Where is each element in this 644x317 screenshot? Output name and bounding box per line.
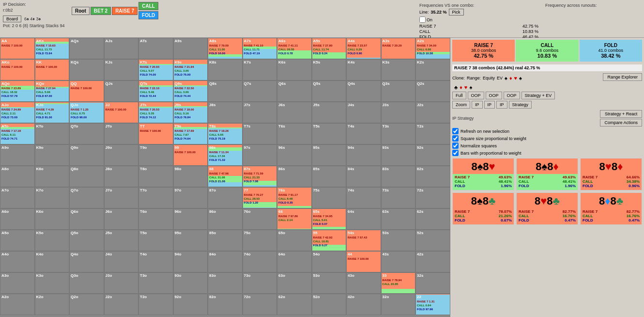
matrix-cell[interactable]: KQs (69, 59, 104, 80)
matrix-cell[interactable]: A3o (0, 272, 35, 294)
matrix-cell[interactable]: J2o (104, 294, 139, 315)
matrix-cell[interactable]: 87sRAISE 7 71.59CALL 21.33FOLD 7.08 (243, 166, 277, 187)
zoom-button[interactable]: Zoom (452, 101, 470, 109)
matrix-cell[interactable]: KKRAISE 7 100.00 (35, 59, 70, 80)
matrix-cell[interactable]: AJoRAISE 7 24.89CALL 2.11FOLD 73.00 (0, 102, 35, 123)
matrix-cell[interactable]: 52s (415, 230, 450, 251)
matrix-cell[interactable]: 88RAISE 7 47.96CALL 31.08FOLD 21.06 (208, 166, 243, 187)
matrix-cell[interactable]: 92o (173, 294, 208, 315)
matrix-cell[interactable]: T9sRAISE 7 17.69CALL 7.67FOLD 74.64 (173, 123, 208, 144)
combo-cell[interactable]: 8♥8♣RAISE 782.77%CALL16.76%FOLD0.47% (516, 192, 578, 225)
heart2-icon[interactable]: ♥ (464, 84, 468, 90)
matrix-cell[interactable]: 83o (208, 272, 243, 294)
spade2-icon[interactable]: ♠ (519, 75, 522, 81)
matrix-cell[interactable]: J9sRAISE 7 18.00CALL 5.16FOLD 76.84 (173, 102, 208, 123)
matrix-cell[interactable]: 43o (346, 272, 381, 294)
matrix-cell[interactable]: K9o (35, 144, 70, 166)
spade-icon[interactable]: ♠ (505, 75, 507, 81)
matrix-cell[interactable]: 66RAISE 7 97.86CALL 2.14 (277, 208, 312, 230)
strategy-button[interactable]: Strategy (509, 101, 532, 109)
matrix-cell[interactable]: 85s (312, 166, 347, 187)
matrix-cell[interactable]: 62o (277, 294, 312, 315)
matrix-cell[interactable]: T6o (138, 208, 173, 230)
oop-button2[interactable]: OOP (486, 92, 502, 99)
strategy-ev-button[interactable]: Strategy + EV (521, 92, 555, 99)
matrix-cell[interactable]: KTo (35, 123, 70, 144)
matrix-cell[interactable]: 74s (346, 187, 381, 208)
matrix-cell[interactable]: J7s (243, 102, 277, 123)
call-nav-button[interactable]: CALL (138, 2, 158, 10)
matrix-cell[interactable]: T6s (277, 123, 312, 144)
matrix-cell[interactable]: T9o (138, 144, 173, 166)
matrix-cell[interactable]: 96s (277, 144, 312, 166)
matrix-cell[interactable]: K4s (346, 59, 381, 80)
heart-icon[interactable]: ♥ (514, 75, 518, 81)
bet2-button[interactable]: BET 2 (91, 7, 111, 15)
root-button[interactable]: Root (72, 7, 90, 15)
matrix-cell[interactable]: 32s (415, 272, 450, 294)
matrix-cell[interactable]: 73s (381, 187, 416, 208)
matrix-cell[interactable]: A9o (0, 144, 35, 166)
matrix-cell[interactable]: Q4s (346, 80, 381, 102)
raise7-nav-button[interactable]: RAISE 7 (112, 7, 138, 15)
matrix-cell[interactable]: K8s (208, 59, 243, 80)
matrix-cell[interactable]: Q3o (69, 272, 104, 294)
matrix-cell[interactable]: A7o (0, 187, 35, 208)
matrix-cell[interactable]: AToRAISE 7 17.18CALL 8.11FOLD 74.71 (0, 123, 35, 144)
diamond-icon[interactable]: ♦ (509, 75, 512, 81)
matrix-cell[interactable]: A5sRAISE 7 27.80CALL 11.74FOLD 0.24 (312, 38, 347, 59)
matrix-cell[interactable]: Q6s (277, 80, 312, 102)
on-checkbox[interactable] (419, 16, 426, 23)
matrix-cell[interactable]: Q9sRAISE 7 22.50CALL 3.06FOLD 74.44 (173, 80, 208, 102)
normalize-checkbox[interactable] (452, 143, 459, 149)
matrix-cell[interactable]: 22RAISE 7 1.31CALL 0.84FOLD 97.96 (415, 294, 450, 315)
matrix-cell[interactable]: JJRAISE 7 100.00 (104, 102, 139, 123)
matrix-cell[interactable]: J3o (104, 272, 139, 294)
combo-cell[interactable]: 8♥8♦RAISE 764.66%CALL34.38%FOLD0.96% (580, 158, 642, 190)
matrix-cell[interactable]: Q3s (381, 80, 416, 102)
matrix-cell[interactable]: Q5s (312, 80, 347, 102)
club-icon[interactable]: ♣ (454, 84, 458, 90)
matrix-cell[interactable]: Q4o (69, 251, 104, 272)
matrix-cell[interactable]: 64o (277, 251, 312, 272)
matrix-cell[interactable]: KTsRAISE 7 20.93CALL 5.07FOLD 74.00 (138, 59, 173, 80)
matrix-cell[interactable]: 92s (415, 144, 450, 166)
matrix-cell[interactable]: Q8s (208, 80, 243, 102)
matrix-cell[interactable]: T7o (138, 187, 173, 208)
matrix-cell[interactable]: K3s (381, 59, 416, 80)
matrix-cell[interactable]: Q2o (69, 294, 104, 315)
matrix-cell[interactable]: J9o (104, 144, 139, 166)
matrix-cell[interactable]: 86o (208, 208, 243, 230)
matrix-cell[interactable]: QTsRAISE 7 22.10CALL 5.46FOLD 72.44 (138, 80, 173, 102)
matrix-cell[interactable]: 84s (346, 166, 381, 187)
matrix-cell[interactable]: 83s (381, 166, 416, 187)
matrix-cell[interactable]: JTo (104, 123, 139, 144)
matrix-cell[interactable]: Q2s (415, 80, 450, 102)
matrix-cell[interactable]: J2s (415, 102, 450, 123)
matrix-cell[interactable]: Q5o (69, 230, 104, 251)
matrix-cell[interactable]: 65sRAISE 7 34.95CALL 5.01FOLD 0.07 (312, 208, 347, 230)
matrix-cell[interactable]: K4o (35, 251, 70, 272)
matrix-cell[interactable]: 82s (415, 166, 450, 187)
matrix-cell[interactable]: K9sRAISE 7 21.94CALL 3.06FOLD 75.00 (173, 59, 208, 80)
matrix-cell[interactable]: 43s (381, 251, 416, 272)
combo-cell[interactable]: 8♠8♦RAISE 749.63%CALL48.41%FOLD1.96% (516, 158, 578, 190)
matrix-cell[interactable]: 85o (208, 230, 243, 251)
board-button[interactable]: Board (3, 16, 21, 22)
matrix-cell[interactable]: 77RAISE 7 70.27CALL 28.53FOLD 1.20 (243, 187, 277, 208)
matrix-cell[interactable]: Q6o (69, 208, 104, 230)
square-size-checkbox[interactable] (452, 135, 459, 142)
matrix-cell[interactable]: 72s (415, 187, 450, 208)
matrix-cell[interactable]: 54sRAISE 7 57.43 (346, 230, 381, 251)
matrix-cell[interactable]: J8o (104, 166, 139, 187)
matrix-cell[interactable]: A6o (0, 208, 35, 230)
matrix-cell[interactable]: T3o (138, 272, 173, 294)
matrix-cell[interactable]: A4sRAISE 7 23.57CALL 0.29FOLD 0.90 (346, 38, 381, 59)
matrix-cell[interactable]: K8o (35, 166, 70, 187)
strategy-react-button[interactable]: Strategy + React (600, 110, 642, 118)
full-button[interactable]: Full (452, 92, 466, 99)
matrix-cell[interactable]: J4s (346, 102, 381, 123)
matrix-cell[interactable]: J6s (277, 102, 312, 123)
matrix-cell[interactable]: T5s (312, 123, 347, 144)
matrix-cell[interactable]: 94s (346, 144, 381, 166)
